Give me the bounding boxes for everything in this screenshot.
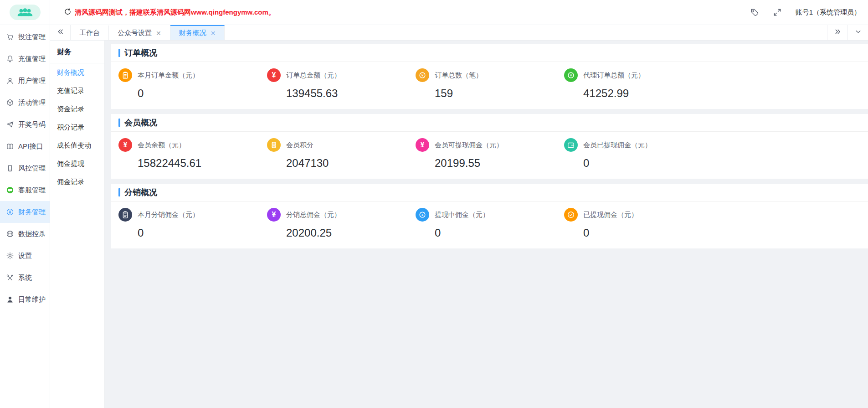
stat-value: 0 [435, 227, 564, 239]
title-accent-bar [118, 188, 120, 196]
sidebar-item-label: 数据控杀 [18, 230, 46, 238]
users-group-icon [10, 5, 41, 20]
submenu-item-growth-records[interactable]: 成长值变动 [50, 136, 104, 155]
title-accent-bar [118, 119, 120, 127]
sidebar-item-api-interface[interactable]: API接口 [0, 135, 50, 157]
stat-label: 代理订单总额（元） [583, 71, 645, 80]
stat-card: ¥ 订单总数（笔） 159 [416, 68, 564, 100]
submenu-item-points-records[interactable]: 积分记录 [50, 118, 104, 136]
stat-value: 2047130 [286, 157, 416, 170]
send-icon [6, 120, 14, 129]
sidebar-item-data-control[interactable]: 数据控杀 [0, 223, 50, 245]
stat-card: 会员已提现佣金（元） 0 [564, 138, 713, 170]
submenu-item-finance-overview[interactable]: 财务概况 [50, 63, 104, 82]
stat-value: 139455.63 [286, 87, 416, 100]
person-icon [6, 295, 14, 304]
stat-value: 0 [138, 227, 267, 239]
stat-label: 会员余额（元） [138, 141, 185, 150]
section-member-overview: 会员概况 ¥ 会员余额（元） 15822445.61 [111, 114, 868, 179]
sidebar-item-label: 充值管理 [18, 55, 46, 63]
tools-icon [6, 274, 14, 282]
close-icon[interactable]: ✕ [156, 30, 161, 36]
tab-finance-overview[interactable]: 财务概况 ✕ [170, 25, 225, 40]
section-title: 会员概况 [124, 117, 157, 128]
stat-value: 0 [583, 227, 713, 239]
section-header: 会员概况 [111, 114, 868, 132]
stat-card: 已提现佣金（元） 0 [564, 208, 713, 239]
chevrons-right-icon [834, 28, 842, 37]
sidebar-item-customer-service[interactable]: 客服管理 [0, 179, 50, 201]
tab-official-account-settings[interactable]: 公众号设置 ✕ [109, 25, 170, 40]
chat-icon [6, 186, 14, 194]
sidebar-item-label: 设置 [18, 252, 32, 260]
collapse-sidebar-button[interactable] [50, 25, 71, 40]
tab-overflow-button[interactable] [827, 25, 847, 40]
stat-label: 提现中佣金（元） [435, 211, 489, 219]
stat-card: ¥ 提现中佣金（元） 0 [416, 208, 564, 239]
stat-value: 0 [583, 157, 713, 170]
sidebar-item-recharge-management[interactable]: 充值管理 [0, 48, 50, 70]
sidebar-item-activity-management[interactable]: 活动管理 [0, 92, 50, 114]
stat-value: 20199.55 [435, 157, 564, 170]
tab-label: 公众号设置 [118, 29, 152, 37]
svg-text:¥: ¥ [570, 73, 572, 77]
submenu-item-commission-withdraw[interactable]: 佣金提现 [50, 155, 104, 173]
stat-card: ¥ 会员余额（元） 15822445.61 [118, 138, 267, 170]
submenu-item-recharge-records[interactable]: 充值记录 [50, 82, 104, 100]
refresh-icon[interactable] [64, 8, 72, 17]
sidebar-item-label: 投注管理 [18, 33, 46, 41]
cart-icon [6, 33, 14, 41]
check-ring-icon [564, 208, 578, 222]
sidebar-item-daily-maintenance[interactable]: 日常维护 [0, 289, 50, 310]
sidebar-item-system[interactable]: 系统 [0, 267, 50, 289]
stat-label: 订单总数（笔） [435, 71, 483, 80]
tab-bar: 工作台 公众号设置 ✕ 财务概况 ✕ [50, 25, 868, 41]
stat-label: 会员积分 [286, 141, 313, 150]
coins-icon [267, 138, 281, 152]
chevron-down-icon [854, 28, 862, 37]
sidebar-item-finance-management[interactable]: 财务管理 [0, 201, 50, 223]
stat-label: 会员可提现佣金（元） [435, 141, 503, 150]
notice-text: 清风源码网测试，搭建联系清风源码网www.qingfengymw.com。 [75, 8, 275, 17]
main-sidebar: 投注管理 充值管理 用户管理 活动管理 开奖号码 API接口 风控管理 客服管 [0, 25, 50, 408]
tag-icon[interactable] [750, 8, 759, 17]
clipboard-icon [118, 208, 132, 222]
sidebar-item-label: API接口 [18, 142, 43, 151]
stat-value: 0 [138, 87, 267, 100]
section-header: 订单概况 [111, 44, 868, 62]
stat-card: ¥ 分销总佣金（元） 20200.25 [267, 208, 416, 239]
sidebar-item-settings[interactable]: 设置 [0, 245, 50, 267]
stat-label: 订单总金额（元） [286, 71, 341, 80]
tab-list-dropdown-button[interactable] [847, 25, 868, 40]
stat-value: 159 [435, 87, 564, 100]
stat-card: 本月订单金额（元） 0 [118, 68, 267, 100]
stat-value: 15822445.61 [138, 157, 267, 170]
stat-label: 分销总佣金（元） [286, 211, 341, 219]
account-menu[interactable]: 账号1（系统管理员） [796, 8, 861, 17]
finance-submenu: 财务 财务概况 充值记录 资金记录 积分记录 成长值变动 佣金提现 佣金记录 [50, 41, 105, 408]
tab-workbench[interactable]: 工作台 [71, 25, 109, 40]
tabbar-spacer [225, 25, 827, 40]
fullscreen-icon[interactable] [773, 8, 782, 17]
book-icon [6, 142, 14, 150]
site-notice: 清风源码网测试，搭建联系清风源码网www.qingfengymw.com。 [64, 0, 275, 25]
sidebar-item-risk-control[interactable]: 风控管理 [0, 157, 50, 179]
section-order-overview: 订单概况 本月订单金额（元） 0 [111, 44, 868, 109]
yen-icon: ¥ [267, 68, 281, 82]
submenu-item-fund-records[interactable]: 资金记录 [50, 100, 104, 118]
globe-icon [6, 230, 14, 238]
main-content: 订单概况 本月订单金额（元） 0 [105, 41, 868, 408]
user-icon [6, 77, 14, 85]
logo[interactable] [0, 0, 50, 25]
sidebar-item-user-management[interactable]: 用户管理 [0, 70, 50, 92]
sidebar-item-betting-management[interactable]: 投注管理 [0, 26, 50, 48]
chevrons-left-icon [56, 28, 64, 37]
yen-ring-icon: ¥ [416, 208, 429, 222]
yen-icon: ¥ [118, 138, 132, 152]
submenu-item-commission-records[interactable]: 佣金记录 [50, 173, 104, 191]
svg-text:¥: ¥ [421, 73, 424, 77]
close-icon[interactable]: ✕ [211, 30, 216, 36]
section-distribution-overview: 分销概况 本月分销佣金（元） 0 [111, 184, 868, 248]
sidebar-item-label: 活动管理 [18, 98, 46, 107]
sidebar-item-lottery-numbers[interactable]: 开奖号码 [0, 114, 50, 135]
